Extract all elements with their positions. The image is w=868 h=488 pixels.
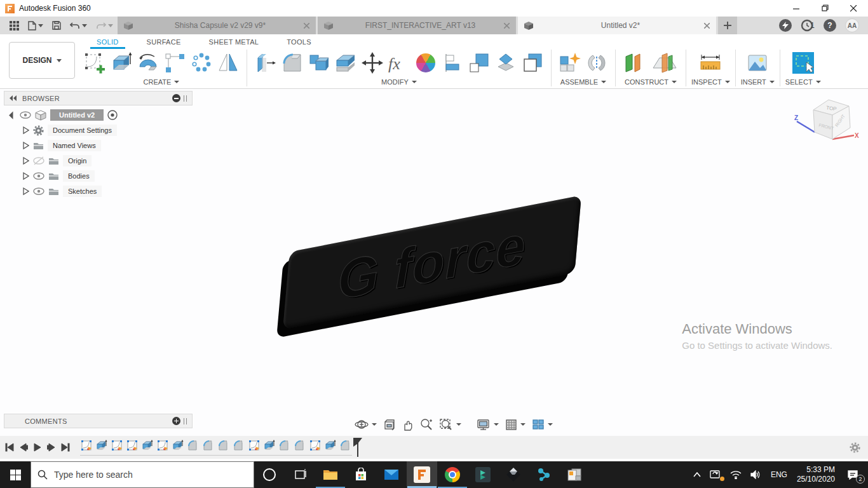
language-indicator[interactable]: ENG: [766, 461, 792, 488]
timeline-feature-extrude[interactable]: [141, 439, 154, 452]
timeline-feature-fillet[interactable]: [339, 439, 352, 452]
browser-resize-grip[interactable]: [184, 95, 187, 102]
tab-untitled-v2[interactable]: Untitled v2*: [518, 17, 716, 34]
model-plate[interactable]: G force: [283, 195, 581, 330]
tab-surface[interactable]: SURFACE: [133, 36, 195, 48]
expand-arrow-icon[interactable]: [22, 141, 29, 150]
browser-item-document-settings[interactable]: Document Settings: [9, 123, 193, 138]
orbit-button[interactable]: [353, 418, 378, 431]
insert-dropdown[interactable]: INSERT: [741, 78, 775, 86]
rectangular-pattern-icon[interactable]: [161, 49, 188, 77]
measure-icon[interactable]: [694, 49, 727, 77]
start-button[interactable]: [0, 461, 31, 488]
comments-panel-header[interactable]: COMMENTS: [4, 414, 193, 428]
taskbar-fusion-360[interactable]: [407, 461, 437, 488]
circular-pattern-icon[interactable]: [188, 49, 215, 77]
browser-minimize-icon[interactable]: [172, 94, 180, 102]
change-parameters-icon[interactable]: fx: [386, 49, 412, 77]
construct-dropdown[interactable]: CONSTRUCT: [625, 78, 677, 86]
tab-tools[interactable]: TOOLS: [273, 36, 325, 48]
user-avatar[interactable]: AA: [845, 18, 859, 32]
visibility-off-eye-icon[interactable]: [33, 156, 44, 165]
timeline-play-button[interactable]: [33, 443, 42, 452]
appearance-icon[interactable]: [412, 49, 439, 77]
insert-image-icon[interactable]: [744, 49, 771, 77]
expand-arrow-icon[interactable]: [22, 126, 29, 135]
comments-resize-grip[interactable]: [184, 418, 187, 424]
visibility-eye-icon[interactable]: [33, 172, 44, 180]
browser-panel-header[interactable]: BROWSER: [4, 91, 193, 105]
expand-arrow-icon[interactable]: [22, 156, 29, 165]
timeline-feature-extrude[interactable]: [263, 439, 276, 452]
taskbar-inkscape[interactable]: [498, 461, 529, 488]
tray-volume-icon[interactable]: [746, 461, 766, 488]
timeline-feature-fillet[interactable]: [217, 439, 230, 452]
timeline-go-to-start-button[interactable]: [5, 443, 14, 452]
tab-shisha-capsule[interactable]: Shisha Capsule v2 v29 v9*: [118, 17, 316, 34]
modify-dropdown[interactable]: MODIFY: [381, 78, 417, 86]
tab-sheet-metal[interactable]: SHEET METAL: [195, 36, 273, 48]
timeline-feature-fillet[interactable]: [233, 439, 245, 452]
revolve-icon[interactable]: [135, 49, 161, 77]
new-component-icon[interactable]: [557, 49, 583, 77]
browser-item-named-views[interactable]: Named Views: [9, 138, 193, 153]
timeline-feature-extrude[interactable]: [95, 439, 108, 452]
taskbar-file-explorer[interactable]: [315, 461, 346, 488]
grid-settings-button[interactable]: [504, 419, 527, 431]
taskbar-clock[interactable]: 5:33 PM 25/10/2020: [792, 465, 840, 484]
browser-root-row[interactable]: Untitled v2: [9, 107, 193, 123]
press-pull-icon[interactable]: [252, 49, 279, 77]
restore-button[interactable]: [811, 0, 839, 17]
help-icon[interactable]: ?: [824, 19, 836, 32]
timeline-playhead[interactable]: [353, 438, 362, 457]
zoom-button[interactable]: [419, 418, 434, 431]
tray-wifi-icon[interactable]: [726, 461, 746, 488]
split-body-icon[interactable]: [332, 49, 359, 77]
new-tab-button[interactable]: [718, 17, 737, 34]
fit-zoom-window-button[interactable]: [438, 418, 463, 431]
mirror-icon[interactable]: [215, 49, 241, 77]
workspace-switcher[interactable]: DESIGN: [9, 42, 75, 79]
align-icon[interactable]: [439, 49, 466, 77]
root-component-name[interactable]: Untitled v2: [50, 109, 104, 121]
tab-close-icon[interactable]: [704, 23, 710, 29]
timeline-step-back-button[interactable]: [19, 443, 28, 452]
comments-expand-icon[interactable]: [172, 417, 180, 425]
tray-sync-icon[interactable]: [705, 461, 726, 488]
timeline-go-to-end-button[interactable]: [61, 443, 70, 452]
joint-icon[interactable]: [583, 49, 610, 77]
taskbar-filmora[interactable]: [468, 461, 498, 488]
timeline-feature-sketch[interactable]: [248, 439, 261, 452]
timeline-settings-gear-icon[interactable]: [850, 442, 860, 453]
select-dropdown[interactable]: SELECT: [785, 78, 821, 86]
timeline-feature-fillet[interactable]: [202, 439, 215, 452]
taskbar-microsoft-store[interactable]: [346, 461, 376, 488]
scale-icon[interactable]: [466, 49, 492, 77]
visibility-eye-icon[interactable]: [20, 111, 31, 119]
taskbar-search[interactable]: [31, 461, 254, 488]
cortana-button[interactable]: [254, 461, 285, 488]
tab-first-interactive-art[interactable]: FIRST_INTERACTIVE_ART v13: [318, 17, 516, 34]
minimize-button[interactable]: [782, 0, 811, 17]
move-icon[interactable]: [359, 49, 386, 77]
visibility-eye-icon[interactable]: [33, 187, 44, 195]
tray-chevron-up-icon[interactable]: [689, 461, 705, 488]
timeline-feature-sketch[interactable]: [111, 439, 123, 452]
timeline-feature-sketch[interactable]: [156, 439, 169, 452]
create-dropdown[interactable]: CREATE: [144, 78, 180, 86]
extrude-icon[interactable]: [108, 49, 135, 77]
job-status-icon[interactable]: [779, 19, 792, 32]
viewports-button[interactable]: [531, 419, 554, 430]
inspect-dropdown[interactable]: INSPECT: [691, 78, 730, 86]
close-button[interactable]: [839, 0, 868, 17]
tab-close-icon[interactable]: [304, 23, 309, 29]
timeline-step-forward-button[interactable]: [47, 443, 56, 452]
construct-midplane-icon[interactable]: [648, 49, 681, 77]
timeline-feature-fillet[interactable]: [294, 439, 306, 452]
tab-close-icon[interactable]: [504, 23, 510, 29]
taskbar-photos-app[interactable]: [559, 461, 590, 488]
expand-arrow-icon[interactable]: [22, 187, 29, 196]
timeline-feature-sketch[interactable]: [126, 439, 139, 452]
timeline-feature-fillet[interactable]: [278, 439, 291, 452]
create-sketch-icon[interactable]: [81, 49, 108, 77]
